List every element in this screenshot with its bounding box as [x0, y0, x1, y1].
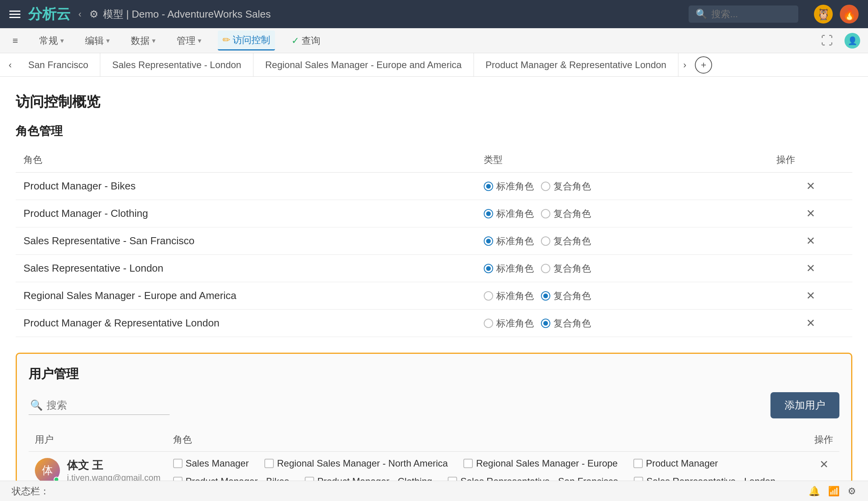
role-action-cell: ✕: [769, 200, 852, 227]
logo: 分析云: [28, 5, 71, 24]
role-name-cell: Sales Representative - San Francisco: [16, 227, 476, 255]
toolbar: ≡ 常规 ▾ 编辑 ▾ 数据 ▾ 管理 ▾ ✏ 访问控制 ✓ 查询 ⛶ 👤: [0, 28, 868, 53]
search-input[interactable]: [711, 9, 790, 20]
user-search-input[interactable]: [47, 399, 168, 411]
standard-radio[interactable]: [484, 291, 493, 301]
toolbar-access-control[interactable]: ✏ 访问控制: [218, 31, 275, 50]
standard-role-option[interactable]: 标准角色: [484, 207, 534, 220]
delete-role-button[interactable]: ✕: [806, 180, 815, 192]
pencil-icon: ✏: [222, 34, 230, 45]
checkbox-sales-manager[interactable]: [173, 459, 183, 468]
compound-role-option[interactable]: 复合角色: [541, 290, 591, 302]
add-user-button[interactable]: 添加用户: [770, 392, 839, 418]
toolbar-query[interactable]: ✓ 查询: [287, 31, 325, 50]
toolbar-general[interactable]: 常规 ▾: [34, 31, 69, 50]
toolbar-data[interactable]: 数据 ▾: [126, 31, 160, 50]
tab-right-arrow[interactable]: ›: [678, 59, 691, 70]
tab-left-arrow[interactable]: ‹: [4, 59, 16, 70]
compound-role-option[interactable]: 复合角色: [541, 262, 591, 275]
chevron-down-icon: ▾: [60, 36, 64, 45]
role-type-cell: 标准角色 复合角色: [476, 227, 769, 255]
role-action-cell: ✕: [769, 282, 852, 310]
toolbar-edit[interactable]: 编辑 ▾: [80, 31, 114, 50]
standard-role-option[interactable]: 标准角色: [484, 317, 534, 330]
hamburger-menu[interactable]: [9, 11, 20, 18]
compound-radio[interactable]: [541, 236, 550, 246]
tab-san-francisco[interactable]: San Francisco: [16, 53, 100, 77]
user-role-checkbox-item[interactable]: Regional Sales Manager - North America: [264, 458, 448, 469]
role-name-cell: Product Manager - Clothing: [16, 200, 476, 227]
user-role-checkbox-item[interactable]: Sales Manager: [173, 458, 249, 469]
tab-regional-sales-europe-america[interactable]: Regional Sales Manager - Europe and Amer…: [253, 53, 474, 77]
compound-role-option[interactable]: 复合角色: [541, 207, 591, 220]
checkbox-product-manager[interactable]: [633, 459, 643, 468]
delete-user-button[interactable]: ✕: [819, 458, 828, 470]
status-icons: 🔔 📶 ⚙: [808, 486, 856, 497]
table-row: Sales Representative - London 标准角色 复合角色 …: [16, 255, 852, 282]
compound-radio[interactable]: [541, 319, 550, 328]
user-role-checkbox-item[interactable]: Regional Sales Manager - Europe: [463, 458, 618, 469]
flame-icon-button[interactable]: 🔥: [840, 5, 859, 23]
compound-radio[interactable]: [541, 182, 550, 191]
role-action-cell: ✕: [769, 255, 852, 282]
role-type-cell: 标准角色 复合角色: [476, 282, 769, 310]
table-row: Sales Representative - San Francisco 标准角…: [16, 227, 852, 255]
compound-role-option[interactable]: 复合角色: [541, 235, 591, 247]
toolbar-manage[interactable]: 管理 ▾: [172, 31, 206, 50]
role-action-cell: ✕: [769, 227, 852, 255]
delete-role-button[interactable]: ✕: [806, 262, 815, 274]
avatar: 体: [35, 458, 60, 483]
delete-role-button[interactable]: ✕: [806, 235, 815, 247]
nav-back-arrow[interactable]: ‹: [78, 9, 81, 20]
tab-sales-rep-london[interactable]: Sales Representative - London: [100, 53, 253, 77]
checkmark-icon: ✓: [291, 35, 299, 46]
compound-radio[interactable]: [541, 264, 550, 273]
standard-radio[interactable]: [484, 264, 493, 273]
user-details: 体文 王 i.tiven.wang@gmail.com: [67, 458, 161, 483]
search-bar[interactable]: 🔍: [689, 5, 798, 23]
checkbox-regional-sales-manager---europe[interactable]: [463, 459, 473, 468]
standard-radio[interactable]: [484, 319, 493, 328]
bell-icon[interactable]: 🔔: [808, 486, 820, 497]
standard-role-option[interactable]: 标准角色: [484, 262, 534, 275]
user-info: 体 体文 王 i.tiven.wang@gmail.com: [35, 458, 161, 483]
user-table-header-ops: 操作: [808, 428, 839, 452]
delete-role-button[interactable]: ✕: [806, 317, 815, 329]
status-label: 状态栏：: [12, 485, 49, 497]
settings-icon[interactable]: ⚙: [848, 486, 856, 497]
standard-role-option[interactable]: 标准角色: [484, 180, 534, 193]
tab-add-button[interactable]: +: [695, 56, 712, 74]
table-row: Product Manager - Clothing 标准角色 复合角色 ✕: [16, 200, 852, 227]
delete-role-button[interactable]: ✕: [806, 207, 815, 220]
compound-radio[interactable]: [541, 291, 550, 301]
role-name-cell: Product Manager & Representative London: [16, 310, 476, 337]
standard-role-option[interactable]: 标准角色: [484, 290, 534, 302]
role-type-cell: 标准角色 复合角色: [476, 173, 769, 200]
user-role-checkbox-item[interactable]: Product Manager: [633, 458, 718, 469]
user-search-box[interactable]: 🔍: [29, 396, 170, 415]
standard-radio[interactable]: [484, 209, 493, 218]
compound-radio[interactable]: [541, 209, 550, 218]
role-name-cell: Regional Sales Manager - Europe and Amer…: [16, 282, 476, 310]
role-table: 角色 类型 操作 Product Manager - Bikes 标准角色 复合…: [16, 147, 852, 337]
chevron-down-icon: ▾: [152, 36, 156, 45]
user-management-section: 用户管理 🔍 添加用户 用户 角色 操作 体: [16, 353, 852, 501]
user-avatar-toolbar[interactable]: 👤: [844, 33, 860, 49]
search-icon: 🔍: [696, 9, 707, 20]
tab-product-manager-rep-london[interactable]: Product Manager & Representative London: [474, 53, 679, 77]
status-bar: 状态栏： 🔔 📶 ⚙: [0, 481, 868, 501]
compound-role-option[interactable]: 复合角色: [541, 180, 591, 193]
standard-radio[interactable]: [484, 182, 493, 191]
checkbox-regional-sales-manager---north-america[interactable]: [264, 459, 274, 468]
table-row: Regional Sales Manager - Europe and Amer…: [16, 282, 852, 310]
standard-role-option[interactable]: 标准角色: [484, 235, 534, 247]
user-table-header-user: 用户: [29, 428, 167, 452]
compound-role-option[interactable]: 复合角色: [541, 317, 591, 330]
standard-radio[interactable]: [484, 236, 493, 246]
table-row: Product Manager - Bikes 标准角色 复合角色 ✕: [16, 173, 852, 200]
fullscreen-icon[interactable]: ⛶: [821, 34, 833, 47]
delete-role-button[interactable]: ✕: [806, 290, 815, 302]
user-name: 体文 王: [67, 458, 161, 473]
owl-icon-button[interactable]: 🦉: [814, 5, 833, 23]
toolbar-menu-icon[interactable]: ≡: [8, 32, 23, 49]
